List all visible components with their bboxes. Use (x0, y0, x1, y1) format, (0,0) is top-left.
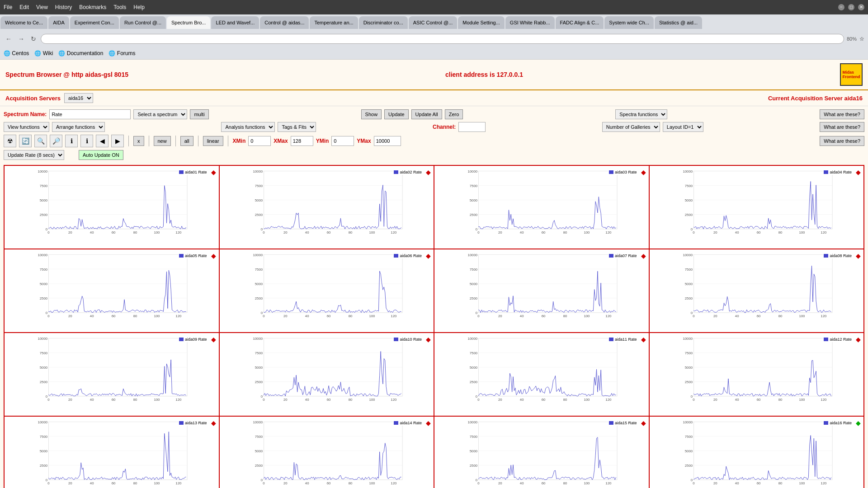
tab-system[interactable]: System wide Ch... (604, 16, 654, 29)
tab-fadc[interactable]: FADC Align & C... (556, 16, 604, 29)
prev-icon-btn[interactable]: ◀ (96, 135, 108, 147)
bookmark-star[interactable]: ☆ (859, 36, 864, 42)
chart-cell-aida14[interactable]: ◆ aida14 Rate 02500500075001000002040608… (220, 417, 435, 488)
chart-cell-aida06[interactable]: ◆ aida06 Rate 02500500075001000002040608… (220, 249, 435, 333)
all-btn[interactable]: all (180, 136, 193, 146)
svg-text:7500: 7500 (684, 184, 693, 188)
tab-control[interactable]: Control @ aidas... (260, 16, 309, 29)
zoom-in-icon-btn[interactable]: 🔍 (34, 135, 47, 147)
what-are-these-2-btn[interactable]: What are these? (820, 122, 864, 132)
chart-cell-aida13[interactable]: ◆ aida13 Rate 02500500075001000002040608… (5, 417, 220, 488)
chart-cell-aida02[interactable]: ◆ aida02 Rate 02500500075001000002040608… (220, 166, 435, 249)
update-btn[interactable]: Update (384, 109, 408, 119)
arrange-functions-select[interactable]: Arrange functions (52, 122, 105, 132)
update-icon-btn[interactable]: 🔄 (19, 135, 32, 147)
auto-update-btn[interactable]: Auto Update ON (79, 150, 123, 160)
layout-select[interactable]: Layout ID=1 (663, 122, 703, 132)
menu-tools[interactable]: Tools (113, 4, 126, 10)
show-btn[interactable]: Show (361, 109, 382, 119)
radiation-icon-btn[interactable]: ☢ (4, 135, 16, 147)
xmax-input[interactable] (291, 136, 313, 146)
update-all-btn[interactable]: Update All (411, 109, 442, 119)
tab-led[interactable]: LED and Wavef... (211, 16, 259, 29)
update-rate-select[interactable]: Update Rate (8 secs) (4, 150, 64, 160)
xmin-input[interactable] (248, 136, 271, 146)
svg-text:60: 60 (326, 314, 330, 318)
next-icon-btn[interactable]: ▶ (111, 135, 124, 147)
menu-help[interactable]: Help (133, 4, 145, 10)
x-btn[interactable]: x (133, 136, 144, 146)
chart-cell-aida07[interactable]: ◆ aida07 Rate 02500500075001000002040608… (434, 249, 650, 333)
tab-aida[interactable]: AIDA (48, 16, 69, 29)
svg-text:2500: 2500 (255, 380, 263, 384)
view-functions-select[interactable]: View functions (4, 122, 49, 132)
menu-file[interactable]: File (4, 4, 12, 10)
chart-cell-aida16[interactable]: ◆ aida16 Rate 02500500075001000002040608… (650, 417, 865, 488)
tab-run-control[interactable]: Run Control @... (120, 16, 166, 29)
svg-text:5000: 5000 (255, 449, 263, 453)
chart-cell-aida08[interactable]: ◆ aida08 Rate 02500500075001000002040608… (650, 249, 865, 333)
chart-cell-aida15[interactable]: ◆ aida15 Rate 02500500075001000002040608… (434, 417, 650, 488)
tab-asic[interactable]: ASIC Control @... (409, 16, 458, 29)
menu-bookmarks[interactable]: Bookmarks (79, 4, 106, 10)
tab-spectrum[interactable]: Spectrum Bro... (167, 16, 210, 29)
bookmark-wiki[interactable]: 🌐 Wiki (34, 50, 53, 56)
chart-cell-aida03[interactable]: ◆ aida03 Rate 02500500075001000002040608… (434, 166, 650, 249)
menu-edit[interactable]: Edit (19, 4, 29, 10)
new-btn[interactable]: new (154, 136, 171, 146)
chart-legend-aida08: aida08 Rate (823, 253, 853, 258)
acquisition-bar: Acquisition Servers aida16 Current Acqui… (0, 90, 868, 106)
spectrum-name-input[interactable] (49, 109, 131, 119)
bookmark-documentation[interactable]: 🌐 Documentation (58, 50, 103, 56)
svg-text:60: 60 (756, 398, 760, 401)
what-are-these-3-btn[interactable]: What are these? (820, 136, 864, 146)
select-spectrum-dropdown[interactable]: Select a spectrum (133, 109, 187, 119)
tab-gsi[interactable]: GSI White Rabb... (505, 16, 555, 29)
svg-text:10000: 10000 (467, 169, 477, 174)
tab-discriminator[interactable]: Discriminator co... (359, 16, 408, 29)
minimize-btn[interactable]: − (838, 4, 844, 10)
chart-cell-aida10[interactable]: ◆ aida10 Rate 02500500075001000002040608… (220, 333, 435, 417)
chart-cell-aida04[interactable]: ◆ aida04 Rate 02500500075001000002040608… (650, 166, 865, 249)
svg-text:20: 20 (283, 481, 287, 485)
bookmark-centos[interactable]: 🌐 Centos (4, 50, 29, 56)
browser-chrome: File Edit View History Bookmarks Tools H… (0, 0, 868, 60)
info2-icon-btn[interactable]: ℹ (80, 135, 93, 147)
forward-btn[interactable]: → (16, 34, 26, 43)
back-btn[interactable]: ← (4, 34, 14, 43)
bookmark-forums[interactable]: 🌐 Forums (108, 50, 135, 56)
acq-server-select[interactable]: aida16 (64, 93, 93, 103)
linear-btn[interactable]: linear (203, 136, 223, 146)
what-are-these-1-btn[interactable]: What are these? (820, 109, 864, 119)
zero-btn[interactable]: Zero (445, 109, 463, 119)
close-btn[interactable]: ✕ (858, 4, 864, 10)
tab-module[interactable]: Module Setting... (458, 16, 505, 29)
multi-btn[interactable]: multi (190, 109, 208, 119)
tab-statistics[interactable]: Statistics @ aid... (655, 16, 702, 29)
svg-text:0: 0 (477, 481, 480, 485)
info-icon-btn[interactable]: ℹ (65, 135, 78, 147)
chart-cell-aida11[interactable]: ◆ aida11 Rate 02500500075001000002040608… (434, 333, 650, 417)
tab-experiment[interactable]: Experiment Con... (70, 16, 119, 29)
tab-temperature[interactable]: Temperature an... (310, 16, 358, 29)
tags-fits-select[interactable]: Tags & Fits (278, 122, 316, 132)
address-input[interactable]: localhost:8015/Spectrum/Spectrum.tml (41, 34, 844, 44)
chart-cell-aida05[interactable]: ◆ aida05 Rate 02500500075001000002040608… (5, 249, 220, 333)
number-galleries-select[interactable]: Number of Galleries (602, 122, 660, 132)
menu-view[interactable]: View (36, 4, 48, 10)
chart-cell-aida01[interactable]: ◆ aida01 Rate 02500500075001000002040608… (5, 166, 220, 249)
spectra-functions-select[interactable]: Spectra functions (615, 109, 667, 119)
zoom-out-icon-btn[interactable]: 🔎 (50, 135, 62, 147)
chart-cell-aida09[interactable]: ◆ aida09 Rate 02500500075001000002040608… (5, 333, 220, 417)
svg-text:2500: 2500 (684, 464, 693, 468)
maximize-btn[interactable]: □ (848, 4, 854, 10)
menu-history[interactable]: History (55, 4, 72, 10)
ymax-input[interactable] (374, 136, 401, 146)
ymin-input[interactable] (331, 136, 354, 146)
client-address: client address is 127.0.0.1 (445, 71, 523, 78)
reload-btn[interactable]: ↻ (29, 34, 38, 43)
chart-cell-aida12[interactable]: ◆ aida12 Rate 02500500075001000002040608… (650, 333, 865, 417)
tab-welcome[interactable]: Welcome to Ce... (0, 16, 47, 29)
analysis-functions-select[interactable]: Analysis functions (221, 122, 275, 132)
channel-input[interactable] (458, 122, 486, 132)
